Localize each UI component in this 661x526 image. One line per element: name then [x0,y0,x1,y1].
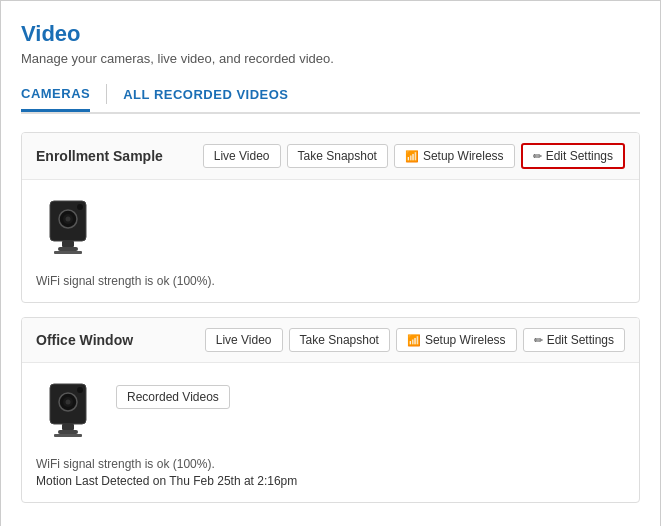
camera-wifi-status-office-window: WiFi signal strength is ok (100%). [36,457,625,471]
svg-rect-6 [58,247,78,251]
camera-right-content-office-window: Recorded Videos [116,377,625,409]
camera-header-office-window: Office WindowLive VideoTake Snapshot📶Set… [22,318,639,363]
camera-header-enrollment-sample: Enrollment SampleLive VideoTake Snapshot… [22,133,639,180]
svg-rect-15 [54,434,82,437]
camera-name-enrollment-sample: Enrollment Sample [36,148,163,164]
tab-bar: CAMERAS ALL RECORDED VIDEOS [21,84,640,114]
btn-edit-settings-office-window[interactable]: ✏Edit Settings [523,328,625,352]
camera-status-section-enrollment-sample: WiFi signal strength is ok (100%). [22,264,639,302]
svg-rect-7 [54,251,82,254]
tab-divider [106,84,107,104]
btn-setup-wireless-office-window[interactable]: 📶Setup Wireless [396,328,517,352]
edit-icon: ✏ [533,150,542,163]
camera-card-office-window: Office WindowLive VideoTake Snapshot📶Set… [21,317,640,503]
btn-take-snapshot-office-window[interactable]: Take Snapshot [289,328,390,352]
camera-name-office-window: Office Window [36,332,133,348]
svg-rect-13 [62,424,74,430]
wifi-icon: 📶 [407,334,421,347]
cameras-list: Enrollment SampleLive VideoTake Snapshot… [21,132,640,503]
camera-wifi-status-enrollment-sample: WiFi signal strength is ok (100%). [36,274,625,288]
camera-status-section-office-window: WiFi signal strength is ok (100%).Motion… [22,447,639,502]
camera-body-enrollment-sample [22,180,639,264]
edit-icon: ✏ [534,334,543,347]
page-subtitle: Manage your cameras, live video, and rec… [21,51,640,66]
svg-point-12 [77,387,83,393]
tab-all-recorded-videos[interactable]: ALL RECORDED VIDEOS [123,87,288,110]
btn-live-video-office-window[interactable]: Live Video [205,328,283,352]
btn-label-edit-settings: Edit Settings [546,149,613,163]
svg-point-11 [66,400,71,405]
svg-point-4 [77,204,83,210]
btn-edit-settings-enrollment-sample[interactable]: ✏Edit Settings [521,143,625,169]
btn-label-take-snapshot: Take Snapshot [298,149,377,163]
btn-live-video-enrollment-sample[interactable]: Live Video [203,144,281,168]
svg-rect-14 [58,430,78,434]
camera-image-office-window [36,377,100,447]
btn-label-take-snapshot: Take Snapshot [300,333,379,347]
svg-rect-5 [62,241,74,247]
btn-take-snapshot-enrollment-sample[interactable]: Take Snapshot [287,144,388,168]
camera-right-content-enrollment-sample [116,194,625,202]
camera-motion-status-office-window: Motion Last Detected on Thu Feb 25th at … [36,474,625,488]
camera-card-enrollment-sample: Enrollment SampleLive VideoTake Snapshot… [21,132,640,303]
camera-image-enrollment-sample [36,194,100,264]
btn-label-live-video: Live Video [214,149,270,163]
page-container: Video Manage your cameras, live video, a… [0,0,661,526]
svg-point-3 [66,217,71,222]
btn-label-setup-wireless: Setup Wireless [423,149,504,163]
btn-recorded-videos-office-window[interactable]: Recorded Videos [116,385,230,409]
camera-actions-office-window: Live VideoTake Snapshot📶Setup Wireless✏E… [205,328,625,352]
btn-label-edit-settings: Edit Settings [547,333,614,347]
page-title: Video [21,21,640,47]
btn-label-setup-wireless: Setup Wireless [425,333,506,347]
tab-cameras[interactable]: CAMERAS [21,86,90,112]
btn-setup-wireless-enrollment-sample[interactable]: 📶Setup Wireless [394,144,515,168]
camera-actions-enrollment-sample: Live VideoTake Snapshot📶Setup Wireless✏E… [203,143,625,169]
btn-label-live-video: Live Video [216,333,272,347]
wifi-icon: 📶 [405,150,419,163]
camera-body-office-window: Recorded Videos [22,363,639,447]
